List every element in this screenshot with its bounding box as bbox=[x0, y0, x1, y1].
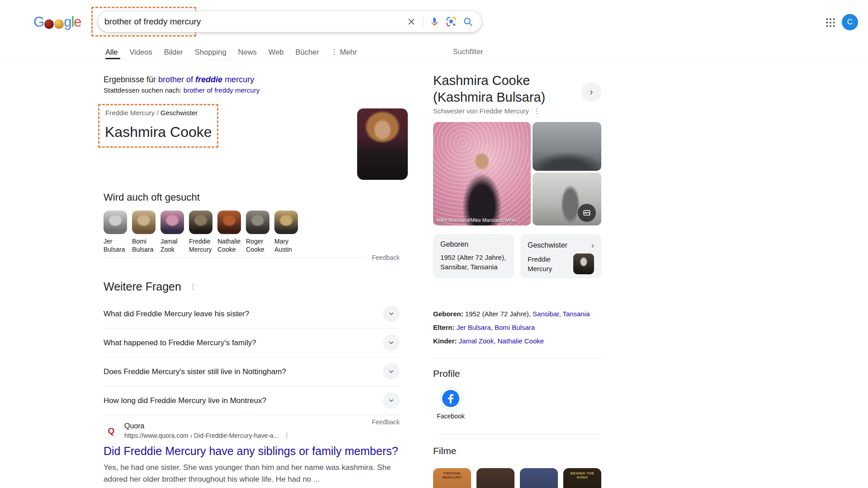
fact-link[interactable]: Jamal Zook, Nathalie Cooke bbox=[459, 337, 544, 345]
film-poster-1[interactable]: FREDDIE MERCURY bbox=[433, 468, 471, 488]
person-photo bbox=[189, 211, 212, 234]
expand-question-button[interactable] bbox=[383, 305, 400, 322]
facebook-label: Facebook bbox=[433, 413, 468, 420]
tab-b-cher[interactable]: Bücher bbox=[296, 48, 319, 56]
divider bbox=[104, 258, 364, 258]
tab-videos[interactable]: Videos bbox=[130, 48, 152, 56]
breadcrumb-parent[interactable]: Freddie Mercury bbox=[105, 109, 155, 117]
profiles-title: Profile bbox=[433, 368, 460, 379]
question-row[interactable]: How long did Freddie Mercury live in Mon… bbox=[104, 386, 400, 415]
result-options-icon[interactable]: ⋮ bbox=[283, 431, 291, 440]
siblings-card-value: Freddie Mercury bbox=[528, 254, 573, 274]
person-photo bbox=[246, 211, 269, 234]
collage-photo-children[interactable] bbox=[533, 173, 601, 225]
fact-link[interactable]: Sansibar, Tansania bbox=[533, 310, 590, 318]
tab-web[interactable]: Web bbox=[269, 48, 284, 56]
question-text: Does Freddie Mercury's sister still live… bbox=[104, 367, 286, 376]
tab-label: Shopping bbox=[195, 48, 226, 56]
tab-alle[interactable]: Alle bbox=[105, 48, 118, 56]
result-site-name[interactable]: Quora bbox=[124, 422, 291, 430]
freddie-mercury-thumbnail[interactable] bbox=[573, 253, 594, 274]
more-icon: ⋮ bbox=[331, 48, 338, 56]
question-text: What happened to Freddie Mercury's famil… bbox=[104, 338, 256, 347]
fact-text: Eltern: bbox=[433, 324, 457, 331]
also-searched-section: Wird auch oft gesucht Jer BulsaraBomi Bu… bbox=[104, 192, 400, 253]
fact-list: Geboren: 1952 (Alter 72 Jahre), Sansibar… bbox=[433, 307, 601, 348]
result-title-link[interactable]: Did Freddie Mercury have any siblings or… bbox=[104, 445, 402, 458]
more-options-icon[interactable]: ⋮ bbox=[189, 282, 197, 291]
question-row[interactable]: What did Freddie Mercury leave his siste… bbox=[104, 300, 400, 328]
also-searched-carousel: Jer BulsaraBomi BulsaraJamal ZookFreddie… bbox=[104, 211, 400, 253]
born-card[interactable]: Geboren 1952 (Alter 72 Jahre), Sansibar,… bbox=[433, 234, 514, 278]
more-images-button[interactable] bbox=[578, 204, 596, 222]
born-card-title: Geboren bbox=[440, 240, 468, 249]
expand-question-button[interactable] bbox=[383, 363, 400, 380]
panel-expand-button[interactable]: › bbox=[581, 82, 601, 102]
account-avatar[interactable]: C bbox=[842, 14, 858, 30]
also-searched-nathalie-cooke[interactable]: Nathalie Cooke bbox=[217, 211, 246, 253]
collage-photo-main[interactable]: Mike Marsland/Mike Marsland/Wirel... bbox=[433, 122, 531, 225]
tab-bilder[interactable]: Bilder bbox=[164, 48, 183, 56]
voice-search-icon[interactable] bbox=[429, 16, 440, 27]
facebook-profile-button[interactable] bbox=[440, 388, 462, 409]
tab-mehr[interactable]: ⋮Mehr bbox=[331, 48, 357, 56]
chevron-down-icon bbox=[388, 368, 395, 375]
panel-options-icon[interactable]: ⋮ bbox=[533, 107, 541, 115]
gold-ornament-icon bbox=[54, 19, 64, 29]
chevron-down-icon bbox=[388, 397, 395, 404]
chevron-down-icon bbox=[388, 339, 395, 346]
answer-breadcrumb: Freddie Mercury / Geschwister bbox=[105, 109, 198, 117]
people-also-ask-title: Weitere Fragen bbox=[104, 280, 181, 293]
result-url[interactable]: https://www.quora.com › Did-Freddie-Merc… bbox=[124, 432, 279, 439]
corrected-query-link[interactable]: brother of freddie mercury bbox=[158, 75, 254, 84]
answer-title: Kashmira Cooke bbox=[105, 124, 212, 141]
search-bar[interactable]: brother of freddy mercury bbox=[98, 11, 481, 32]
clear-search-icon[interactable] bbox=[406, 16, 417, 27]
google-apps-grid-icon[interactable] bbox=[825, 17, 836, 28]
film-poster-3[interactable] bbox=[520, 468, 558, 488]
search-submit-icon[interactable] bbox=[462, 16, 473, 27]
collage-photo-band[interactable] bbox=[533, 122, 601, 171]
google-lens-icon[interactable] bbox=[446, 16, 457, 27]
instead-label: Stattdessen suchen nach: bbox=[104, 86, 184, 94]
divider bbox=[433, 358, 601, 359]
showing-results-for: Ergebnisse für brother of freddie mercur… bbox=[104, 75, 254, 84]
expand-question-button[interactable] bbox=[383, 334, 400, 351]
film-poster-2[interactable] bbox=[476, 468, 514, 488]
tabs-divider bbox=[0, 59, 868, 60]
also-searched-roger-cooke[interactable]: Roger Cooke bbox=[246, 211, 274, 253]
kashmira-cooke-photo[interactable] bbox=[357, 108, 408, 180]
tab-shopping[interactable]: Shopping bbox=[195, 48, 226, 56]
also-searched-jamal-zook[interactable]: Jamal Zook bbox=[160, 211, 189, 253]
search-instead-for: Stattdessen suchen nach: brother of fred… bbox=[104, 86, 259, 94]
person-photo bbox=[160, 211, 184, 234]
knowledge-panel-title: Kashmira Cooke (Kashmira Bulsara) bbox=[433, 72, 574, 106]
fact-text: Kinder: bbox=[433, 337, 459, 345]
question-row[interactable]: Does Freddie Mercury's sister still live… bbox=[104, 357, 400, 386]
original-query-link[interactable]: brother of freddy mercury bbox=[184, 86, 259, 94]
person-name: Jer Bulsara bbox=[104, 237, 132, 253]
question-row[interactable]: What happened to Freddie Mercury's famil… bbox=[104, 328, 400, 357]
result-snippet: Yes, he had one sister. She was younger … bbox=[104, 462, 402, 485]
also-searched-mary-austin[interactable]: Mary Austin bbox=[274, 211, 303, 253]
film-poster-4[interactable]: BEHIND THE SONG bbox=[563, 468, 601, 488]
feedback-link[interactable]: Feedback bbox=[364, 254, 400, 261]
search-input[interactable]: brother of freddy mercury bbox=[104, 17, 400, 27]
search-filter-button[interactable]: Suchfilter bbox=[453, 48, 483, 56]
google-logo[interactable]: Ggle bbox=[33, 14, 81, 30]
siblings-card[interactable]: Geschwister › Freddie Mercury bbox=[520, 234, 601, 278]
organic-result-quora: Q Quora https://www.quora.com › Did-Fred… bbox=[104, 422, 402, 488]
person-photo bbox=[274, 211, 298, 234]
also-searched-freddie-mercury[interactable]: Freddie Mercury bbox=[189, 211, 217, 253]
fact-link[interactable]: Jer Bulsara, Bomi Bulsara bbox=[457, 324, 535, 331]
also-searched-bomi-bulsara[interactable]: Bomi Bulsara bbox=[132, 211, 160, 253]
person-name: Bomi Bulsara bbox=[132, 237, 160, 253]
also-searched-title: Wird auch oft gesucht bbox=[104, 192, 400, 203]
also-searched-jer-bulsara[interactable]: Jer Bulsara bbox=[104, 211, 132, 253]
expand-question-button[interactable] bbox=[383, 392, 400, 409]
logo-letter: g bbox=[64, 14, 71, 30]
fact-text: 1952 (Alter 72 Jahre), bbox=[465, 310, 533, 318]
tab-news[interactable]: News bbox=[238, 48, 257, 56]
person-photo bbox=[217, 211, 241, 234]
question-text: What did Freddie Mercury leave his siste… bbox=[104, 310, 249, 319]
